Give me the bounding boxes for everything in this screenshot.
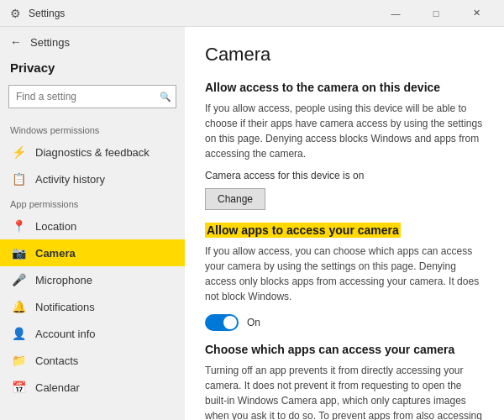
titlebar: ⚙ Settings — □ ✕ <box>0 0 504 27</box>
sidebar-item-label: Contacts <box>35 354 78 367</box>
sidebar-item-contacts[interactable]: 📁 Contacts <box>0 347 185 374</box>
close-button[interactable]: ✕ <box>457 0 496 27</box>
sidebar-item-label: Location <box>35 220 76 233</box>
sidebar-item-notifications[interactable]: 🔔 Notifications <box>0 293 185 320</box>
camera-status: Camera access for this device is on <box>205 170 484 181</box>
content-area: Camera Allow access to the camera on thi… <box>185 27 504 420</box>
change-button[interactable]: Change <box>205 188 265 210</box>
location-icon: 📍 <box>10 219 27 233</box>
titlebar-title: Settings <box>29 8 376 19</box>
calendar-icon: 📅 <box>10 381 27 394</box>
sidebar-item-microphone[interactable]: 🎤 Microphone <box>0 266 185 293</box>
toggle-label: On <box>247 317 260 328</box>
diagnostics-icon: ⚡ <box>10 145 27 159</box>
sidebar-item-activity[interactable]: 📋 Activity history <box>0 165 185 192</box>
microphone-icon: 🎤 <box>10 273 27 286</box>
back-arrow-icon: ← <box>10 35 22 49</box>
sidebar-item-label: Camera <box>35 247 76 260</box>
sidebar-item-diagnostics[interactable]: ⚡ Diagnostics & feedback <box>0 139 185 165</box>
sidebar-item-label: Notifications <box>35 301 95 313</box>
main-container: ← Settings Privacy 🔍 Windows permissions… <box>0 27 504 420</box>
app-permissions-label: App permissions <box>0 192 185 213</box>
minimize-button[interactable]: — <box>376 0 415 27</box>
page-title: Camera <box>205 44 484 66</box>
sidebar-item-label: Microphone <box>35 274 92 286</box>
section3-heading: Choose which apps can access your camera <box>205 343 484 356</box>
allow-apps-highlight: Allow apps to access your camera <box>205 223 401 238</box>
search-icon: 🔍 <box>160 92 171 102</box>
toggle-knob <box>223 316 237 329</box>
contacts-icon: 📁 <box>10 354 27 367</box>
sidebar-item-label: Diagnostics & feedback <box>35 146 150 159</box>
section2-text: If you allow access, you can choose whic… <box>205 244 484 304</box>
notifications-icon: 🔔 <box>10 300 27 313</box>
camera-toggle-row: On <box>205 314 484 331</box>
sidebar-item-label: Activity history <box>35 173 105 186</box>
back-label: Settings <box>30 36 70 49</box>
search-box[interactable]: 🔍 <box>8 85 176 108</box>
sidebar-item-label: Account info <box>35 328 96 340</box>
maximize-button[interactable]: □ <box>417 0 455 27</box>
sidebar-title: Privacy <box>0 57 185 85</box>
sidebar-item-account[interactable]: 👤 Account info <box>0 320 185 347</box>
sidebar-item-label: Calendar <box>35 381 80 394</box>
account-icon: 👤 <box>10 327 27 340</box>
search-input[interactable] <box>8 85 176 108</box>
camera-icon: 📷 <box>10 246 27 260</box>
sidebar: ← Settings Privacy 🔍 Windows permissions… <box>0 27 185 420</box>
sidebar-item-location[interactable]: 📍 Location <box>0 213 185 239</box>
sidebar-item-camera[interactable]: 📷 Camera <box>0 239 185 266</box>
back-nav[interactable]: ← Settings <box>0 27 185 57</box>
camera-toggle[interactable] <box>205 314 239 331</box>
windows-permissions-label: Windows permissions <box>0 118 185 139</box>
section2-heading: Allow apps to access your camera <box>205 223 484 237</box>
section1-heading: Allow access to the camera on this devic… <box>205 81 484 94</box>
window-controls: — □ ✕ <box>376 0 496 27</box>
settings-icon: ⚙ <box>8 7 22 20</box>
activity-icon: 📋 <box>10 172 27 186</box>
section1-text: If you allow access, people using this d… <box>205 101 484 161</box>
sidebar-item-calendar[interactable]: 📅 Calendar <box>0 374 185 401</box>
section3-text: Turning off an app prevents it from dire… <box>205 363 484 420</box>
